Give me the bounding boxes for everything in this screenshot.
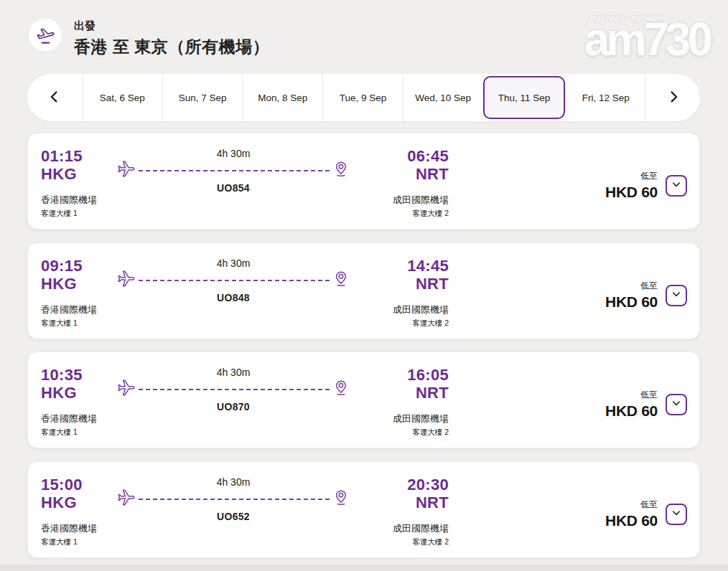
departure-block: 15:00 HKG 香港國際機場 客運大樓 1 — [41, 476, 117, 549]
flight-duration: 4h 30m — [217, 148, 251, 159]
departure-airport-code: HKG — [41, 275, 77, 293]
departure-time: 09:15 — [41, 258, 83, 275]
prev-dates-button[interactable] — [27, 74, 82, 121]
departure-airport-code: HKG — [41, 494, 77, 512]
flight-departure-icon — [29, 19, 62, 52]
expand-fares-button[interactable] — [666, 175, 687, 197]
departure-block: 01:15 HKG 香港國際機場 客運大樓 1 — [41, 148, 117, 220]
price-block: 低至 HKD 60 — [605, 499, 688, 529]
arrival-terminal: 客運大樓 2 — [412, 209, 449, 219]
price-prefix-label: 低至 — [605, 280, 658, 292]
date-tab-wed-10-sep[interactable]: Wed, 10 Sep — [403, 74, 483, 121]
plane-icon — [117, 379, 136, 400]
price-block: 低至 HKD 60 — [605, 389, 688, 420]
flight-card: 09:15 HKG 香港國際機場 客運大樓 1 4h 30m UO848 14:… — [27, 242, 700, 339]
price-prefix-label: 低至 — [605, 499, 658, 511]
arrival-airport-code: NRT — [416, 275, 449, 293]
date-tab-thu-11-sep-selected[interactable]: Thu, 11 Sep — [483, 76, 566, 119]
departure-time: 15:00 — [41, 476, 83, 494]
departure-terminal: 客運大樓 1 — [41, 318, 78, 329]
price-value: HKD 60 — [605, 293, 658, 311]
arrival-terminal: 客運大樓 2 — [412, 537, 449, 547]
price-value: HKD 60 — [605, 402, 658, 420]
flight-number: UO870 — [217, 401, 250, 412]
departure-block: 09:15 HKG 香港國際機場 客運大樓 1 — [41, 258, 117, 330]
route-block: 4h 30m UO848 — [117, 258, 350, 330]
route-dashed-line — [139, 170, 330, 171]
plane-icon — [117, 160, 136, 181]
arrival-terminal: 客運大樓 2 — [412, 318, 449, 329]
arrival-block: 06:45 NRT 成田國際機場 客運大樓 2 — [360, 148, 449, 220]
departure-terminal: 客運大樓 1 — [41, 209, 78, 219]
arrival-terminal: 客運大樓 2 — [412, 428, 449, 438]
chevron-down-icon — [671, 397, 682, 411]
flight-results-page: { "header": { "label": "出發", "title": "香… — [0, 0, 728, 571]
arrival-airport-code: NRT — [416, 166, 449, 184]
arrival-airport-name: 成田國際機場 — [393, 303, 449, 316]
arrival-time: 16:05 — [407, 367, 449, 384]
chevron-left-icon — [47, 89, 62, 107]
page-title: 香港 至 東京（所有機場） — [74, 36, 269, 58]
flight-duration: 4h 30m — [217, 258, 251, 269]
destination-pin-icon — [332, 379, 350, 400]
arrival-airport-name: 成田國際機場 — [393, 522, 449, 535]
chevron-down-icon — [671, 179, 682, 192]
route-block: 4h 30m UO854 — [117, 148, 350, 220]
destination-pin-icon — [332, 270, 350, 291]
am730-watermark: my choice . my paper am730 — [584, 14, 709, 62]
expand-fares-button[interactable] — [666, 394, 687, 415]
departure-airport-code: HKG — [41, 166, 77, 184]
departure-airport-name: 香港國際機場 — [41, 303, 97, 316]
date-tab-sat-6-sep[interactable]: Sat, 6 Sep — [82, 74, 162, 121]
departure-airport-name: 香港國際機場 — [41, 522, 97, 535]
arrival-block: 14:45 NRT 成田國際機場 客運大樓 2 — [360, 258, 449, 330]
price-prefix-label: 低至 — [605, 170, 658, 182]
arrival-block: 16:05 NRT 成田國際機場 客運大樓 2 — [360, 367, 449, 439]
route-dashed-line — [139, 389, 330, 390]
route-dashed-line — [139, 499, 330, 500]
flight-number: UO854 — [217, 182, 250, 194]
date-tab-fri-12-sep[interactable]: Fri, 12 Sep — [565, 74, 645, 121]
price-prefix-label: 低至 — [605, 389, 658, 401]
arrival-time: 06:45 — [407, 148, 449, 166]
departure-block: 10:35 HKG 香港國際機場 客運大樓 1 — [41, 367, 117, 439]
arrival-block: 20:30 NRT 成田國際機場 客運大樓 2 — [360, 476, 449, 549]
arrival-time: 14:45 — [407, 258, 449, 275]
arrival-time: 20:30 — [407, 476, 449, 494]
date-tab-tue-9-sep[interactable]: Tue, 9 Sep — [322, 74, 403, 121]
date-tab-sun-7-sep[interactable]: Sun, 7 Sep — [162, 74, 243, 121]
arrival-airport-name: 成田國際機場 — [393, 194, 449, 207]
next-dates-button[interactable] — [645, 74, 700, 121]
price-value: HKD 60 — [605, 512, 658, 529]
header-label: 出發 — [74, 19, 269, 33]
departure-time: 10:35 — [41, 367, 83, 384]
flight-card: 01:15 HKG 香港國際機場 客運大樓 1 4h 30m UO854 06:… — [27, 133, 700, 230]
arrival-airport-name: 成田國際機場 — [393, 412, 449, 425]
price-block: 低至 HKD 60 — [605, 170, 688, 201]
departure-time: 01:15 — [41, 148, 83, 166]
price-value: HKD 60 — [605, 184, 658, 201]
route-block: 4h 30m UO652 — [117, 476, 350, 549]
expand-fares-button[interactable] — [666, 504, 687, 525]
destination-pin-icon — [332, 160, 350, 181]
route-header: 出發 香港 至 東京（所有機場） — [29, 19, 269, 58]
chevron-down-icon — [671, 288, 682, 302]
flight-number: UO848 — [217, 292, 250, 303]
date-carousel: Sat, 6 Sep Sun, 7 Sep Mon, 8 Sep Tue, 9 … — [27, 74, 700, 121]
plane-icon — [117, 270, 136, 291]
destination-pin-icon — [332, 489, 350, 510]
price-block: 低至 HKD 60 — [605, 280, 688, 311]
chevron-down-icon — [671, 507, 682, 521]
route-dashed-line — [139, 280, 330, 281]
date-tab-mon-8-sep[interactable]: Mon, 8 Sep — [242, 74, 322, 121]
flight-duration: 4h 30m — [217, 367, 251, 378]
departure-airport-name: 香港國際機場 — [41, 412, 97, 425]
departure-airport-name: 香港國際機場 — [41, 194, 97, 207]
am730-logo: am730 — [584, 16, 709, 62]
departure-airport-code: HKG — [41, 384, 77, 402]
page-bottom-strip — [0, 565, 728, 571]
flight-card: 15:00 HKG 香港國際機場 客運大樓 1 4h 30m UO652 20:… — [27, 461, 700, 558]
departure-terminal: 客運大樓 1 — [41, 428, 78, 438]
arrival-airport-code: NRT — [416, 494, 449, 512]
expand-fares-button[interactable] — [666, 285, 687, 306]
